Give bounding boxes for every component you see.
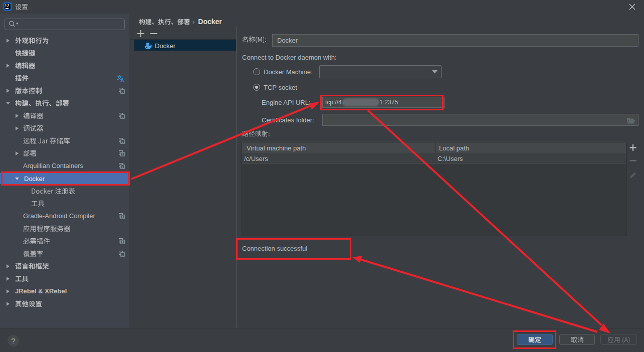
svg-text:A: A: [120, 77, 124, 83]
